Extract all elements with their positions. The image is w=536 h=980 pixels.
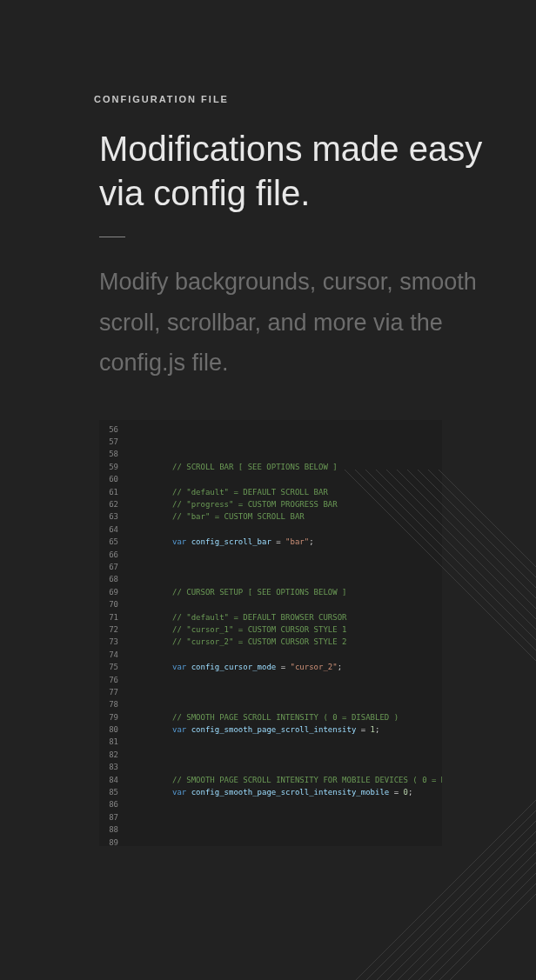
line-number: 83 — [99, 761, 124, 773]
line-number-gutter: 5657585960616263646566676869707172737475… — [99, 420, 124, 846]
code-line — [172, 649, 442, 661]
line-number: 81 — [99, 736, 124, 748]
line-number: 61 — [99, 486, 124, 498]
code-line: // CURSOR SETUP [ SEE OPTIONS BELOW ] — [172, 586, 442, 598]
code-line: // "default" = DEFAULT SCROLL BAR — [172, 486, 442, 498]
code-line — [172, 811, 442, 823]
line-number: 69 — [99, 586, 124, 598]
code-line: var config_cursor_mode = "cursor_2"; — [172, 661, 442, 673]
code-line: // SCROLL BAR [ SEE OPTIONS BELOW ] — [172, 461, 442, 473]
line-number: 64 — [99, 523, 124, 536]
code-line — [172, 573, 442, 585]
line-number: 86 — [99, 798, 124, 810]
line-number: 80 — [99, 723, 124, 736]
line-number: 89 — [99, 837, 124, 846]
code-line — [172, 523, 442, 536]
line-number: 60 — [99, 473, 124, 485]
code-line — [172, 823, 442, 836]
section-eyebrow: CONFIGURATION FILE — [94, 94, 492, 104]
code-line — [172, 698, 442, 710]
line-number: 72 — [99, 623, 124, 636]
line-number: 76 — [99, 674, 124, 686]
line-number: 67 — [99, 561, 124, 573]
line-number: 58 — [99, 448, 124, 460]
line-number: 77 — [99, 686, 124, 698]
line-number: 59 — [99, 461, 124, 473]
line-number: 78 — [99, 698, 124, 710]
code-line: // "cursor_1" = CUSTOM CURSOR STYLE 1 — [172, 623, 442, 636]
code-line — [172, 448, 442, 460]
line-number: 74 — [99, 649, 124, 661]
line-number: 82 — [99, 749, 124, 761]
code-line — [172, 473, 442, 485]
line-number: 73 — [99, 636, 124, 648]
line-number: 62 — [99, 498, 124, 510]
line-number: 57 — [99, 436, 124, 448]
code-line: // "bar" = CUSTOM SCROLL BAR — [172, 510, 442, 523]
line-number: 84 — [99, 774, 124, 786]
line-number: 75 — [99, 661, 124, 673]
code-line — [172, 436, 442, 448]
code-area: // SCROLL BAR [ SEE OPTIONS BELOW ]// "d… — [124, 420, 442, 846]
divider — [99, 237, 125, 237]
code-line: var config_smooth_page_scroll_intensity … — [172, 723, 442, 736]
code-line: // SMOOTH PAGE SCROLL INTENSITY FOR MOBI… — [172, 774, 442, 786]
line-number: 65 — [99, 536, 124, 548]
code-line — [172, 749, 442, 761]
code-line — [172, 761, 442, 773]
code-line — [172, 686, 442, 698]
line-number: 68 — [99, 573, 124, 585]
svg-line-9 — [439, 824, 536, 980]
line-number: 79 — [99, 711, 124, 723]
code-line: var config_smooth_page_scroll_intensity_… — [172, 786, 442, 798]
code-line — [172, 423, 442, 436]
code-line — [172, 798, 442, 810]
code-line: // "cursor_2" = CUSTOM CURSOR STYLE 2 — [172, 636, 442, 648]
line-number: 63 — [99, 510, 124, 523]
code-line — [172, 561, 442, 573]
line-number: 56 — [99, 423, 124, 436]
code-line — [172, 598, 442, 610]
code-line: var config_scroll_bar = "bar"; — [172, 536, 442, 548]
code-line: // "progress" = CUSTOM PROGRESS BAR — [172, 498, 442, 510]
line-number: 66 — [99, 549, 124, 561]
code-editor-screenshot: 5657585960616263646566676869707172737475… — [99, 420, 442, 846]
line-number: 71 — [99, 611, 124, 623]
code-line — [172, 549, 442, 561]
code-line — [172, 736, 442, 748]
headline: Modifications made easy via config file. — [99, 127, 492, 216]
code-line: // SMOOTH PAGE SCROLL INTENSITY ( 0 = DI… — [172, 711, 442, 723]
code-line — [172, 674, 442, 686]
code-line — [172, 837, 442, 846]
line-number: 85 — [99, 786, 124, 798]
code-line: // "default" = DEFAULT BROWSER CURSOR — [172, 611, 442, 623]
line-number: 88 — [99, 823, 124, 836]
line-number: 87 — [99, 811, 124, 823]
line-number: 70 — [99, 598, 124, 610]
subheadline: Modify backgrounds, cursor, smooth scrol… — [99, 262, 492, 383]
